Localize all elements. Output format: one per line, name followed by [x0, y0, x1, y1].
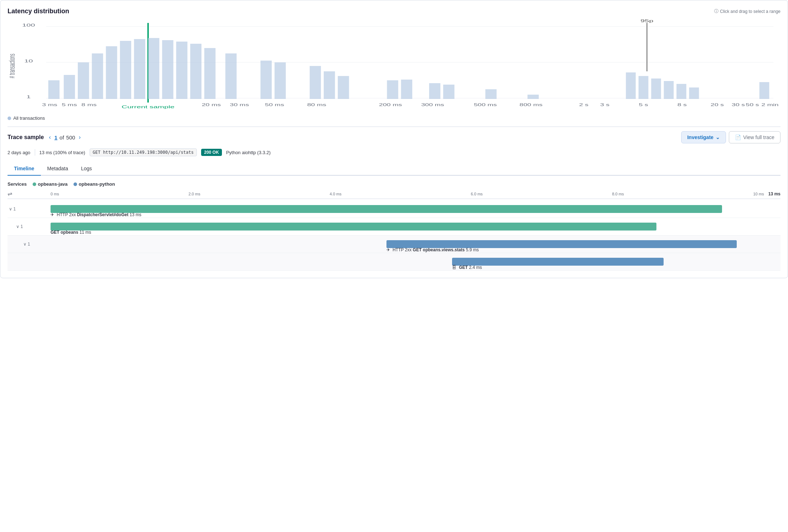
tick-6ms: 6.0 ms — [471, 192, 483, 196]
tab-timeline[interactable]: Timeline — [8, 162, 41, 176]
span-icon-4: 🗄 — [452, 265, 456, 270]
chart-legend: All transactions — [8, 115, 780, 121]
opbeans-python-label: opbeans-python — [79, 181, 115, 187]
svg-rect-40 — [689, 87, 699, 99]
trace-row-2-label: ∨ 1 — [8, 224, 51, 229]
legend-dot — [8, 117, 11, 120]
svg-text:100: 100 — [22, 23, 35, 27]
svg-rect-22 — [261, 61, 272, 99]
filter-icon[interactable]: ⇌ — [8, 190, 12, 197]
span-type-1: HTTP 2xx — [57, 212, 76, 217]
prev-trace-button[interactable]: ‹ — [47, 133, 52, 141]
ruler-end: 13 ms — [764, 191, 780, 196]
trace-current: 1 — [54, 134, 57, 141]
tab-metadata[interactable]: Metadata — [41, 162, 75, 176]
svg-rect-29 — [429, 83, 440, 99]
span-name-3: GET opbeans.views.stats — [413, 247, 465, 252]
svg-rect-16 — [148, 38, 159, 99]
trace-row-4-bar-area: 🗄 GET 2.4 ms — [51, 253, 780, 270]
tick-10ms: 10 ms — [753, 192, 764, 196]
svg-rect-12 — [120, 41, 131, 99]
svg-text:8 ms: 8 ms — [81, 103, 97, 107]
trace-time-ago: 2 days ago — [8, 150, 30, 155]
svg-text:8 s: 8 s — [678, 103, 687, 107]
trace-actions: Investigate ⌄ 📄 View full trace — [681, 131, 780, 143]
investigate-button[interactable]: Investigate ⌄ — [681, 131, 726, 143]
trace-duration: 13 ms (100% of trace) — [39, 150, 85, 155]
svg-text:300 ms: 300 ms — [421, 103, 445, 107]
svg-rect-13 — [134, 39, 145, 99]
trace-bar-2 — [51, 223, 656, 231]
latency-chart[interactable]: 100 10 1 # transactions — [8, 19, 780, 113]
svg-rect-25 — [324, 71, 335, 99]
chart-hint: ⓘ Click and drag to select a range — [714, 8, 780, 14]
svg-text:95p: 95p — [641, 19, 654, 23]
chevron-1[interactable]: ∨ 1 — [9, 206, 16, 212]
trace-sample-header: Trace sample ‹ 1 of 500 › Investigate ⌄ … — [8, 131, 780, 143]
chart-header: Latency distribution ⓘ Click and drag to… — [8, 8, 780, 15]
tick-0ms: 0 ms — [51, 192, 59, 196]
next-trace-button[interactable]: › — [77, 133, 82, 141]
span-name-1: DispatcherServlet#doGet — [77, 212, 128, 217]
svg-rect-27 — [387, 80, 398, 99]
trace-row-2-bar-area: GET opbeans 11 ms — [51, 218, 780, 235]
service-opbeans-python: opbeans-python — [73, 181, 115, 187]
svg-text:5 s: 5 s — [639, 103, 648, 107]
investigate-label: Investigate — [687, 134, 713, 140]
svg-rect-28 — [401, 80, 412, 99]
chart-svg: 100 10 1 # transactions — [8, 19, 780, 113]
chart-svg-wrapper[interactable]: 100 10 1 # transactions — [8, 19, 780, 113]
svg-rect-7 — [48, 80, 60, 99]
services-row: Services opbeans-java opbeans-python — [8, 181, 780, 187]
svg-rect-10 — [92, 53, 103, 99]
view-full-trace-button[interactable]: 📄 View full trace — [729, 131, 780, 143]
svg-text:2 s: 2 s — [579, 103, 588, 107]
ruler-label-col: ⇌ — [8, 190, 51, 197]
trace-row-4[interactable]: 🗄 GET 2.4 ms — [8, 253, 780, 271]
trace-row-1-bar-area: ✈ HTTP 2xx DispatcherServlet#doGet 13 ms — [51, 200, 780, 218]
svg-text:80 ms: 80 ms — [307, 103, 327, 107]
svg-text:200 ms: 200 ms — [379, 103, 402, 107]
svg-rect-39 — [677, 84, 686, 99]
span-name-2: GET opbeans — [51, 230, 78, 235]
svg-rect-26 — [338, 76, 349, 99]
svg-rect-31 — [485, 89, 497, 99]
svg-text:3 ms: 3 ms — [42, 103, 57, 107]
svg-rect-21 — [226, 53, 237, 99]
trace-row-3[interactable]: ∨ 1 ✈ HTTP 2xx GET opbeans.views.stats 5… — [8, 236, 780, 253]
svg-rect-18 — [176, 42, 187, 99]
trace-total: 500 — [66, 134, 75, 141]
svg-text:20 ms: 20 ms — [202, 103, 221, 107]
chevron-2[interactable]: ∨ 1 — [16, 224, 23, 229]
span-name-4: GET — [459, 265, 468, 270]
tick-4ms: 4.0 ms — [329, 192, 341, 196]
svg-text:# transactions: # transactions — [8, 54, 16, 78]
svg-rect-30 — [443, 85, 454, 99]
trace-service: Python aiohttp (3.3.2) — [226, 150, 271, 155]
trace-url-badge: GET http://10.11.249.198:3000/api/stats — [90, 148, 197, 156]
svg-text:1: 1 — [27, 95, 31, 99]
tab-logs[interactable]: Logs — [75, 162, 98, 176]
svg-rect-32 — [527, 95, 538, 99]
trace-info: 2 days ago 13 ms (100% of trace) GET htt… — [8, 148, 780, 156]
chevron-3[interactable]: ∨ 1 — [23, 242, 30, 247]
svg-rect-41 — [759, 82, 769, 99]
service-opbeans-java: opbeans-java — [33, 181, 68, 187]
view-full-trace-label: View full trace — [743, 134, 774, 140]
svg-rect-19 — [190, 44, 201, 99]
svg-text:5 ms: 5 ms — [62, 103, 77, 107]
svg-text:3 s: 3 s — [600, 103, 609, 107]
trace-bar-3 — [386, 240, 737, 248]
trace-sample-title: Trace sample — [8, 134, 44, 141]
trace-row-2[interactable]: ∨ 1 GET opbeans 11 ms — [8, 218, 780, 236]
svg-rect-33 — [626, 72, 636, 99]
info-icon: ⓘ — [714, 8, 718, 14]
trace-nav: ‹ 1 of 500 › — [47, 133, 82, 141]
chart-title: Latency distribution — [8, 8, 69, 15]
trace-row-1[interactable]: ∨ 1 ✈ HTTP 2xx DispatcherServlet#doGet 1… — [8, 200, 780, 218]
svg-rect-34 — [639, 76, 648, 99]
svg-rect-8 — [64, 75, 75, 99]
span-duration-4: 2.4 ms — [469, 265, 482, 270]
trace-row-3-bar-area: ✈ HTTP 2xx GET opbeans.views.stats 5.9 m… — [51, 236, 780, 253]
services-label: Services — [8, 181, 27, 187]
